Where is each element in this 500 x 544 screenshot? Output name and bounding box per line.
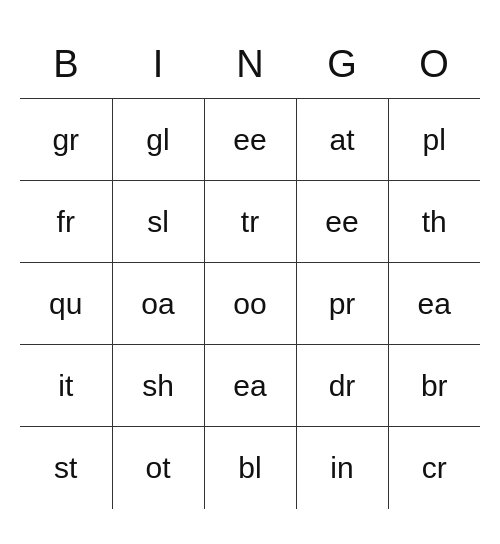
cell-3-2: ea [204, 345, 296, 427]
cell-2-0: qu [20, 263, 112, 345]
cell-4-1: ot [112, 427, 204, 509]
header-g: G [296, 35, 388, 99]
cell-1-4: th [388, 181, 480, 263]
bingo-table: B I N G O grgleeatplfrsltreethquoaooprea… [20, 35, 480, 509]
cell-2-1: oa [112, 263, 204, 345]
cell-3-1: sh [112, 345, 204, 427]
cell-1-1: sl [112, 181, 204, 263]
cell-0-2: ee [204, 99, 296, 181]
bingo-card: B I N G O grgleeatplfrsltreethquoaooprea… [20, 35, 480, 509]
header-n: N [204, 35, 296, 99]
table-row: grgleeatpl [20, 99, 480, 181]
header-b: B [20, 35, 112, 99]
cell-4-2: bl [204, 427, 296, 509]
header-i: I [112, 35, 204, 99]
header-o: O [388, 35, 480, 99]
cell-4-4: cr [388, 427, 480, 509]
cell-3-3: dr [296, 345, 388, 427]
header-row: B I N G O [20, 35, 480, 99]
cell-4-0: st [20, 427, 112, 509]
cell-2-2: oo [204, 263, 296, 345]
cell-2-4: ea [388, 263, 480, 345]
cell-3-4: br [388, 345, 480, 427]
cell-0-0: gr [20, 99, 112, 181]
table-row: stotblincr [20, 427, 480, 509]
cell-1-3: ee [296, 181, 388, 263]
cell-2-3: pr [296, 263, 388, 345]
cell-0-3: at [296, 99, 388, 181]
cell-1-0: fr [20, 181, 112, 263]
cell-4-3: in [296, 427, 388, 509]
cell-1-2: tr [204, 181, 296, 263]
table-row: quoaooprea [20, 263, 480, 345]
table-row: frsltreeth [20, 181, 480, 263]
cell-3-0: it [20, 345, 112, 427]
cell-0-1: gl [112, 99, 204, 181]
table-row: itsheadrbr [20, 345, 480, 427]
cell-0-4: pl [388, 99, 480, 181]
